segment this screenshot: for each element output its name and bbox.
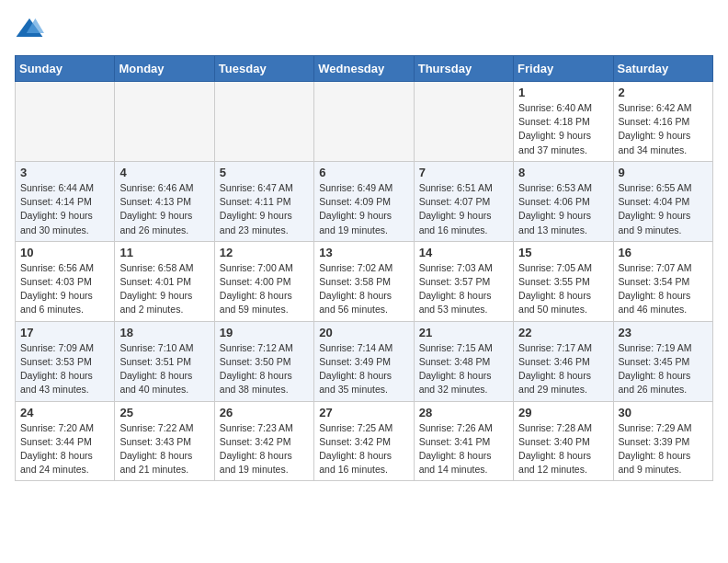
day-number: 28: [419, 406, 508, 419]
calendar-cell: 25Sunrise: 7:22 AM Sunset: 3:43 PM Dayli…: [115, 401, 214, 481]
day-number: 21: [419, 326, 508, 339]
day-info: Sunrise: 7:22 AM Sunset: 3:43 PM Dayligh…: [119, 421, 209, 477]
day-number: 23: [619, 326, 708, 339]
day-number: 8: [518, 166, 608, 179]
day-number: 2: [619, 86, 708, 99]
day-number: 9: [619, 166, 708, 179]
day-number: 17: [20, 326, 109, 339]
day-info: Sunrise: 6:58 AM Sunset: 4:01 PM Dayligh…: [119, 261, 209, 317]
day-number: 15: [518, 246, 608, 259]
calendar-cell: 5Sunrise: 6:47 AM Sunset: 4:11 PM Daylig…: [214, 161, 313, 241]
day-number: 4: [119, 166, 209, 179]
calendar-cell: 2Sunrise: 6:42 AM Sunset: 4:16 PM Daylig…: [613, 82, 712, 162]
calendar-cell: 1Sunrise: 6:40 AM Sunset: 4:18 PM Daylig…: [514, 82, 613, 162]
day-info: Sunrise: 7:09 AM Sunset: 3:53 PM Dayligh…: [20, 341, 109, 397]
header-wednesday: Wednesday: [314, 56, 414, 82]
day-number: 12: [220, 246, 309, 259]
day-info: Sunrise: 7:00 AM Sunset: 4:00 PM Dayligh…: [220, 261, 309, 317]
calendar-cell: 21Sunrise: 7:15 AM Sunset: 3:48 PM Dayli…: [414, 321, 513, 401]
day-info: Sunrise: 7:19 AM Sunset: 3:45 PM Dayligh…: [619, 341, 708, 397]
calendar-cell: 20Sunrise: 7:14 AM Sunset: 3:49 PM Dayli…: [314, 321, 414, 401]
logo-icon: [15, 15, 44, 44]
day-info: Sunrise: 7:29 AM Sunset: 3:39 PM Dayligh…: [619, 421, 708, 477]
calendar-cell: 19Sunrise: 7:12 AM Sunset: 3:50 PM Dayli…: [214, 321, 313, 401]
calendar-cell: 3Sunrise: 6:44 AM Sunset: 4:14 PM Daylig…: [16, 161, 115, 241]
day-info: Sunrise: 6:46 AM Sunset: 4:13 PM Dayligh…: [119, 181, 209, 237]
day-number: 20: [319, 326, 408, 339]
day-number: 13: [319, 246, 408, 259]
day-info: Sunrise: 7:23 AM Sunset: 3:42 PM Dayligh…: [220, 421, 309, 477]
calendar-cell: 15Sunrise: 7:05 AM Sunset: 3:55 PM Dayli…: [514, 241, 613, 321]
day-info: Sunrise: 6:42 AM Sunset: 4:16 PM Dayligh…: [619, 101, 708, 157]
calendar-cell: 4Sunrise: 6:46 AM Sunset: 4:13 PM Daylig…: [115, 161, 214, 241]
day-info: Sunrise: 6:40 AM Sunset: 4:18 PM Dayligh…: [518, 101, 608, 157]
calendar-cell: 6Sunrise: 6:49 AM Sunset: 4:09 PM Daylig…: [314, 161, 414, 241]
calendar-cell: 12Sunrise: 7:00 AM Sunset: 4:00 PM Dayli…: [214, 241, 313, 321]
day-number: 30: [619, 406, 708, 419]
week-row-1: 1Sunrise: 6:40 AM Sunset: 4:18 PM Daylig…: [16, 82, 713, 162]
day-info: Sunrise: 7:26 AM Sunset: 3:41 PM Dayligh…: [419, 421, 508, 477]
calendar-cell: 22Sunrise: 7:17 AM Sunset: 3:46 PM Dayli…: [514, 321, 613, 401]
header-sunday: Sunday: [16, 56, 115, 82]
day-info: Sunrise: 7:05 AM Sunset: 3:55 PM Dayligh…: [518, 261, 608, 317]
calendar-cell: 17Sunrise: 7:09 AM Sunset: 3:53 PM Dayli…: [16, 321, 115, 401]
day-number: 27: [319, 406, 408, 419]
day-number: 5: [220, 166, 309, 179]
calendar-cell: 26Sunrise: 7:23 AM Sunset: 3:42 PM Dayli…: [214, 401, 313, 481]
week-row-2: 3Sunrise: 6:44 AM Sunset: 4:14 PM Daylig…: [16, 161, 713, 241]
week-row-3: 10Sunrise: 6:56 AM Sunset: 4:03 PM Dayli…: [16, 241, 713, 321]
day-number: 22: [518, 326, 608, 339]
day-info: Sunrise: 6:44 AM Sunset: 4:14 PM Dayligh…: [20, 181, 109, 237]
calendar-cell: 8Sunrise: 6:53 AM Sunset: 4:06 PM Daylig…: [514, 161, 613, 241]
page-header: [15, 15, 713, 44]
calendar-cell: [214, 82, 313, 162]
calendar-cell: 9Sunrise: 6:55 AM Sunset: 4:04 PM Daylig…: [613, 161, 712, 241]
calendar-cell: 24Sunrise: 7:20 AM Sunset: 3:44 PM Dayli…: [16, 401, 115, 481]
day-info: Sunrise: 7:02 AM Sunset: 3:58 PM Dayligh…: [319, 261, 408, 317]
calendar-cell: 23Sunrise: 7:19 AM Sunset: 3:45 PM Dayli…: [613, 321, 712, 401]
day-number: 25: [119, 406, 209, 419]
header-saturday: Saturday: [613, 56, 712, 82]
day-info: Sunrise: 6:55 AM Sunset: 4:04 PM Dayligh…: [619, 181, 708, 237]
day-info: Sunrise: 7:28 AM Sunset: 3:40 PM Dayligh…: [518, 421, 608, 477]
day-info: Sunrise: 6:56 AM Sunset: 4:03 PM Dayligh…: [20, 261, 109, 317]
day-info: Sunrise: 7:17 AM Sunset: 3:46 PM Dayligh…: [518, 341, 608, 397]
calendar-table: SundayMondayTuesdayWednesdayThursdayFrid…: [15, 55, 713, 481]
calendar-cell: 11Sunrise: 6:58 AM Sunset: 4:01 PM Dayli…: [115, 241, 214, 321]
day-info: Sunrise: 7:25 AM Sunset: 3:42 PM Dayligh…: [319, 421, 408, 477]
header-monday: Monday: [115, 56, 214, 82]
calendar-cell: [314, 82, 414, 162]
day-number: 3: [20, 166, 109, 179]
week-row-5: 24Sunrise: 7:20 AM Sunset: 3:44 PM Dayli…: [16, 401, 713, 481]
calendar-body: 1Sunrise: 6:40 AM Sunset: 4:18 PM Daylig…: [16, 82, 713, 481]
day-info: Sunrise: 7:15 AM Sunset: 3:48 PM Dayligh…: [419, 341, 508, 397]
day-info: Sunrise: 7:14 AM Sunset: 3:49 PM Dayligh…: [319, 341, 408, 397]
day-number: 19: [220, 326, 309, 339]
calendar-header: SundayMondayTuesdayWednesdayThursdayFrid…: [16, 56, 713, 82]
day-number: 1: [518, 86, 608, 99]
calendar-cell: 30Sunrise: 7:29 AM Sunset: 3:39 PM Dayli…: [613, 401, 712, 481]
day-info: Sunrise: 7:07 AM Sunset: 3:54 PM Dayligh…: [619, 261, 708, 317]
day-info: Sunrise: 7:10 AM Sunset: 3:51 PM Dayligh…: [119, 341, 209, 397]
calendar-cell: [16, 82, 115, 162]
calendar-cell: [115, 82, 214, 162]
day-number: 7: [419, 166, 508, 179]
calendar-cell: [414, 82, 513, 162]
calendar-cell: 13Sunrise: 7:02 AM Sunset: 3:58 PM Dayli…: [314, 241, 414, 321]
day-info: Sunrise: 6:53 AM Sunset: 4:06 PM Dayligh…: [518, 181, 608, 237]
header-friday: Friday: [514, 56, 613, 82]
day-info: Sunrise: 6:47 AM Sunset: 4:11 PM Dayligh…: [220, 181, 309, 237]
day-number: 16: [619, 246, 708, 259]
day-info: Sunrise: 7:20 AM Sunset: 3:44 PM Dayligh…: [20, 421, 109, 477]
calendar-cell: 29Sunrise: 7:28 AM Sunset: 3:40 PM Dayli…: [514, 401, 613, 481]
day-number: 6: [319, 166, 408, 179]
logo: [15, 15, 48, 44]
calendar-cell: 28Sunrise: 7:26 AM Sunset: 3:41 PM Dayli…: [414, 401, 513, 481]
week-row-4: 17Sunrise: 7:09 AM Sunset: 3:53 PM Dayli…: [16, 321, 713, 401]
header-tuesday: Tuesday: [214, 56, 313, 82]
day-number: 11: [119, 246, 209, 259]
day-number: 10: [20, 246, 109, 259]
day-info: Sunrise: 7:12 AM Sunset: 3:50 PM Dayligh…: [220, 341, 309, 397]
day-number: 24: [20, 406, 109, 419]
day-number: 26: [220, 406, 309, 419]
